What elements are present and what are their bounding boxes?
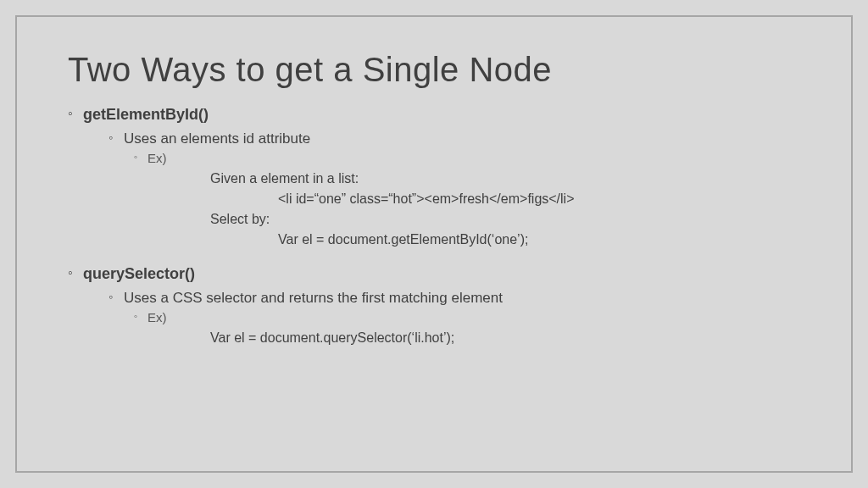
code-line: Given a element in a list: <box>108 169 800 189</box>
code-line: Var el = document.querySelector(‘li.hot’… <box>108 328 800 348</box>
code-block: Var el = document.querySelector(‘li.hot’… <box>108 328 800 348</box>
method-name: querySelector() <box>83 265 195 282</box>
example-label: Ex) <box>134 151 800 165</box>
method-desc: Uses a CSS selector and returns the firs… <box>108 290 800 307</box>
example-label: Ex) <box>134 310 800 324</box>
method-sublist: Uses a CSS selector and returns the firs… <box>108 290 800 348</box>
slide: Two Ways to get a Single Node getElement… <box>0 0 868 488</box>
code-block: Given a element in a list: <li id=“one” … <box>108 169 800 250</box>
slide-title: Two Ways to get a Single Node <box>68 51 800 89</box>
content-list: getElementById() Uses an elements id att… <box>68 106 800 348</box>
method-item: getElementById() Uses an elements id att… <box>68 106 800 250</box>
code-line: Select by: <box>108 209 800 230</box>
slide-frame: Two Ways to get a Single Node getElement… <box>15 15 853 473</box>
code-line: Var el = document.getElementById(‘one’); <box>108 230 800 250</box>
example-list: Ex) <box>134 310 800 324</box>
method-sublist: Uses an elements id attribute Ex) Given … <box>108 130 800 250</box>
method-name: getElementById() <box>83 106 209 123</box>
method-item: querySelector() Uses a CSS selector and … <box>68 265 800 348</box>
method-desc: Uses an elements id attribute <box>108 130 800 147</box>
example-list: Ex) <box>134 151 800 165</box>
code-line: <li id=“one” class=“hot”><em>fresh</em>f… <box>108 189 800 209</box>
